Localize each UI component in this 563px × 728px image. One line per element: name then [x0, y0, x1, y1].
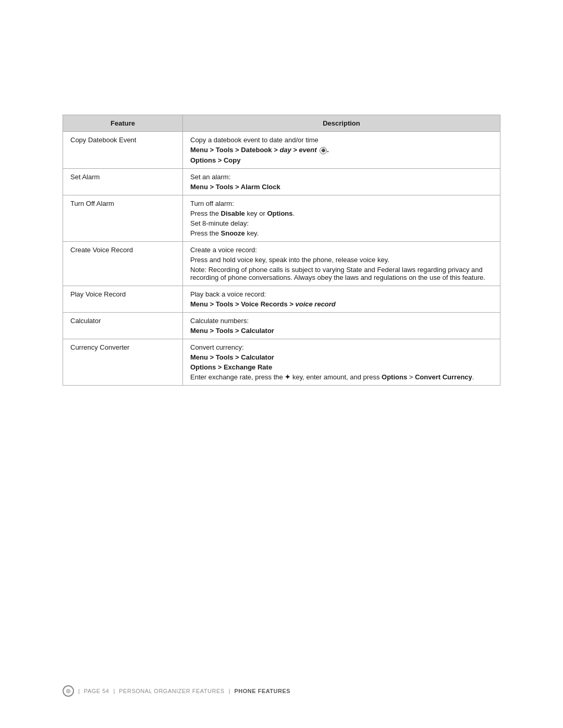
description-cell: Set an alarm: Menu > Tools > Alarm Clock — [183, 168, 500, 195]
desc-line: Calculate numbers: — [190, 317, 493, 325]
desc-line: Menu > Tools > Alarm Clock — [190, 183, 493, 191]
table-row: Set Alarm Set an alarm: Menu > Tools > A… — [63, 168, 500, 195]
features-table: Feature Description Copy Datebook Event … — [63, 115, 500, 386]
feature-cell: Create Voice Record — [63, 241, 183, 286]
footer-section1: PERSONAL ORGANIZER FEATURES — [119, 688, 224, 694]
desc-line: Copy a datebook event to date and/or tim… — [190, 136, 493, 144]
table-row: Currency Converter Convert currency: Men… — [63, 339, 500, 385]
footer-pipe-3: | — [229, 688, 230, 694]
desc-line: Play back a voice record: — [190, 290, 493, 298]
feature-cell: Play Voice Record — [63, 286, 183, 312]
feature-cell: Currency Converter — [63, 339, 183, 385]
desc-line: Menu > Tools > Voice Records > voice rec… — [190, 300, 493, 308]
footer-section2: PHONE FEATURES — [235, 688, 291, 694]
footer-page: PAGE 54 — [84, 688, 109, 694]
feature-cell: Copy Datebook Event — [63, 132, 183, 169]
desc-line: Convert currency: — [190, 343, 493, 351]
desc-line: Press and hold voice key, speak into the… — [190, 256, 493, 264]
desc-line: Press the Disable key or Options. — [190, 209, 493, 217]
desc-line: Set an alarm: — [190, 173, 493, 181]
desc-line: Options > Copy — [190, 156, 493, 164]
feature-cell: Calculator — [63, 312, 183, 339]
description-cell: Play back a voice record: Menu > Tools >… — [183, 286, 500, 312]
description-cell: Create a voice record: Press and hold vo… — [183, 241, 500, 286]
feature-cell: Turn Off Alarm — [63, 195, 183, 241]
footer-logo: ⊕ — [63, 685, 74, 697]
table-row: Play Voice Record Play back a voice reco… — [63, 286, 500, 312]
description-header: Description — [183, 115, 500, 132]
nav-symbol: ⊕ — [320, 147, 327, 154]
table-row: Create Voice Record Create a voice recor… — [63, 241, 500, 286]
desc-line: Set 8-minute delay: — [190, 219, 493, 227]
footer: ⊕ | PAGE 54 | PERSONAL ORGANIZER FEATURE… — [63, 685, 500, 697]
table-row: Turn Off Alarm Turn off alarm: Press the… — [63, 195, 500, 241]
footer-pipe-2: | — [113, 688, 115, 694]
desc-line: Menu > Tools > Datebook > day > event ⊕. — [190, 146, 493, 154]
table-header-row: Feature Description — [63, 115, 500, 132]
description-cell: Turn off alarm: Press the Disable key or… — [183, 195, 500, 241]
desc-line: Menu > Tools > Calculator — [190, 353, 493, 361]
description-cell: Calculate numbers: Menu > Tools > Calcul… — [183, 312, 500, 339]
desc-line: Press the Snooze key. — [190, 229, 493, 237]
footer-pipe-1: | — [78, 688, 80, 694]
desc-line: Enter exchange rate, press the ✦ key, en… — [190, 373, 493, 381]
desc-line: Note: Recording of phone calls is subjec… — [190, 266, 493, 281]
desc-line: Menu > Tools > Calculator — [190, 327, 493, 335]
table-row: Calculator Calculate numbers: Menu > Too… — [63, 312, 500, 339]
page-container: Feature Description Copy Datebook Event … — [0, 0, 563, 728]
description-cell: Copy a datebook event to date and/or tim… — [183, 132, 500, 169]
desc-line: Turn off alarm: — [190, 200, 493, 207]
feature-header: Feature — [63, 115, 183, 132]
feature-cell: Set Alarm — [63, 168, 183, 195]
desc-line: Options > Exchange Rate — [190, 363, 493, 371]
desc-line: Create a voice record: — [190, 246, 493, 254]
description-cell: Convert currency: Menu > Tools > Calcula… — [183, 339, 500, 385]
table-row: Copy Datebook Event Copy a datebook even… — [63, 132, 500, 169]
